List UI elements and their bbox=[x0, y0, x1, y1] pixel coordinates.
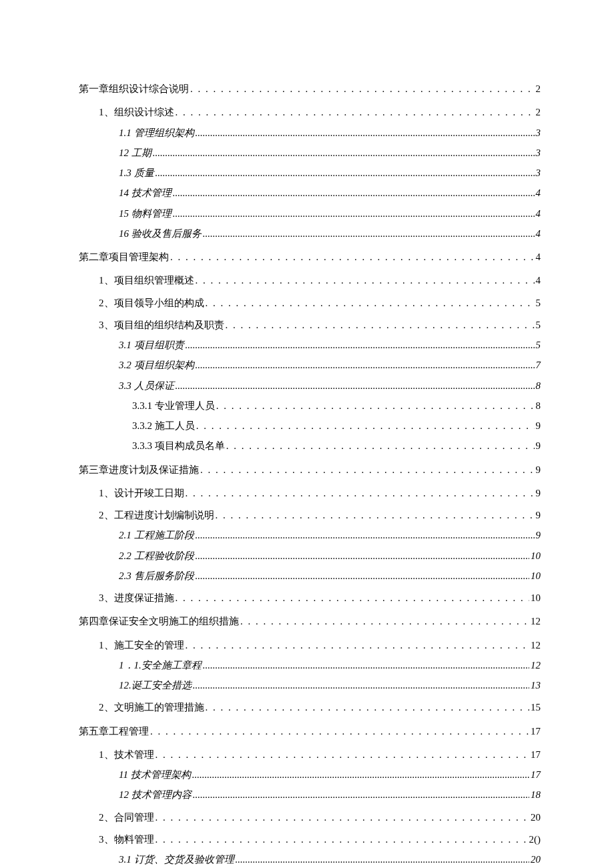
toc-entry-label: 2.2 工程验收阶段 bbox=[119, 548, 194, 564]
toc-entry-page: 5 bbox=[536, 318, 541, 333]
toc-entry-label: 1、组织设计综述 bbox=[99, 105, 174, 120]
toc-entry-label: 14 技术管理 bbox=[119, 185, 172, 201]
toc-entry: 第三章进度计划及保证措施9 bbox=[79, 462, 541, 478]
toc-entry-page: 5 bbox=[536, 338, 541, 353]
toc-entry-label: 3、项目组的组织结构及职责 bbox=[99, 318, 224, 333]
toc-leader-dots bbox=[236, 852, 530, 867]
toc-entry-label: 12 工期 bbox=[119, 145, 151, 161]
toc-entry: 11 技术管理架构17 bbox=[119, 767, 541, 783]
toc-entry: 2.1 工程施工阶段9 bbox=[119, 528, 541, 543]
toc-leader-dots bbox=[176, 378, 535, 394]
toc-entry: 12.诞工安全措选13 bbox=[119, 678, 541, 693]
toc-entry-label: 1.1 管理组织架构 bbox=[119, 125, 194, 141]
toc-leader-dots bbox=[170, 250, 535, 265]
toc-entry-page: 15 bbox=[531, 700, 541, 715]
toc-entry-label: 3、物料管理 bbox=[99, 832, 154, 847]
toc-leader-dots bbox=[186, 338, 535, 353]
toc-leader-dots bbox=[216, 398, 535, 414]
toc-entry: 3.3.2 施工人员9 bbox=[132, 418, 541, 434]
toc-leader-dots bbox=[206, 296, 535, 311]
toc-entry-label: 3.3.2 施工人员 bbox=[132, 418, 195, 434]
toc-entry-page: 8 bbox=[536, 378, 541, 394]
toc-entry-label: 2、合同管理 bbox=[99, 810, 154, 825]
toc-entry-page: 9 bbox=[536, 418, 541, 434]
toc-leader-dots bbox=[196, 273, 535, 288]
toc-leader-dots bbox=[196, 358, 535, 373]
toc-entry-label: 11 技术管理架构 bbox=[119, 767, 191, 783]
toc-entry-page: 9 bbox=[536, 486, 541, 501]
toc-leader-dots bbox=[193, 787, 529, 803]
toc-entry-page: 5 bbox=[536, 296, 541, 311]
toc-entry: 3、项目组的组织结构及职责5 bbox=[99, 318, 541, 333]
toc-leader-dots bbox=[176, 590, 530, 606]
toc-entry-label: 第二章项目管理架构 bbox=[79, 250, 169, 265]
toc-entry: 第四章保证安全文明施工的组织措施12 bbox=[79, 614, 541, 629]
toc-entry: 2、文明施工的管理措施15 bbox=[99, 700, 541, 715]
toc-entry-page: 2 bbox=[536, 105, 541, 120]
toc-entry: 3、物料管理2() bbox=[99, 832, 541, 847]
toc-entry: 1、技术管理17 bbox=[99, 747, 541, 763]
toc-entry: 1．1.安全施工章程12 bbox=[119, 658, 541, 673]
toc-leader-dots bbox=[153, 145, 535, 161]
toc-leader-dots bbox=[186, 486, 535, 501]
toc-entry-page: 18 bbox=[531, 787, 541, 803]
toc-entry: 1、项目组织管理概述4 bbox=[99, 273, 541, 288]
toc-leader-dots bbox=[156, 832, 528, 847]
toc-entry-label: 3.3.3 项目构成员名单 bbox=[132, 438, 225, 454]
toc-leader-dots bbox=[203, 658, 529, 673]
toc-entry-label: 3.2 项目组织架构 bbox=[119, 358, 194, 373]
toc-entry-label: 2、项目领导小组的构成 bbox=[99, 296, 204, 311]
table-of-contents: 第一章组织设计综合说明21、组织设计综述21.1 管理组织架构312 工期31.… bbox=[79, 81, 541, 868]
toc-leader-dots bbox=[206, 700, 530, 715]
toc-entry-page: 4 bbox=[536, 226, 541, 242]
toc-leader-dots bbox=[196, 548, 530, 564]
toc-entry-label: 第四章保证安全文明施工的组织措施 bbox=[79, 614, 239, 629]
toc-entry-page: 10 bbox=[531, 590, 541, 606]
toc-entry-page: 3 bbox=[536, 125, 541, 141]
toc-leader-dots bbox=[216, 508, 535, 523]
toc-entry-page: 3 bbox=[536, 145, 541, 161]
toc-entry: 1.1 管理组织架构3 bbox=[119, 125, 541, 141]
toc-leader-dots bbox=[156, 165, 535, 181]
toc-leader-dots bbox=[193, 678, 529, 693]
toc-entry-label: 1.3 质量 bbox=[119, 165, 154, 181]
toc-entry: 2.2 工程验收阶段10 bbox=[119, 548, 541, 564]
toc-entry-page: 17 bbox=[531, 724, 541, 739]
toc-entry-label: 3.3 人员保证 bbox=[119, 378, 174, 394]
toc-entry-page: 12 bbox=[531, 614, 541, 629]
toc-entry: 1、设计开竣工日期9 bbox=[99, 486, 541, 501]
toc-entry: 2、合同管理20 bbox=[99, 810, 541, 825]
toc-entry: 2、项目领导小组的构成5 bbox=[99, 296, 541, 311]
toc-entry: 14 技术管理4 bbox=[119, 185, 541, 201]
toc-leader-dots bbox=[240, 614, 529, 629]
toc-leader-dots bbox=[226, 438, 535, 454]
toc-entry-page: 4 bbox=[536, 273, 541, 288]
toc-entry-page: 9 bbox=[536, 528, 541, 543]
toc-entry-page: 7 bbox=[536, 358, 541, 373]
toc-entry-label: 1、技术管理 bbox=[99, 747, 154, 763]
toc-leader-dots bbox=[190, 81, 535, 97]
toc-entry-label: 1．1.安全施工章程 bbox=[119, 658, 202, 673]
toc-entry-page: 13 bbox=[531, 678, 541, 693]
toc-entry-label: 3、进度保证措施 bbox=[99, 590, 174, 606]
toc-entry-label: 3.1 项目组职责 bbox=[119, 338, 184, 353]
toc-entry: 第二章项目管理架构4 bbox=[79, 250, 541, 265]
toc-entry-label: 1、项目组织管理概述 bbox=[99, 273, 194, 288]
toc-entry: 2.3 售后服务阶段10 bbox=[119, 568, 541, 584]
toc-entry-label: 12.诞工安全措选 bbox=[119, 678, 192, 693]
toc-leader-dots bbox=[200, 462, 535, 478]
toc-entry-page: 9 bbox=[536, 462, 541, 478]
toc-leader-dots bbox=[156, 810, 530, 825]
toc-entry-label: 第三章进度计划及保证措施 bbox=[79, 462, 199, 478]
toc-leader-dots bbox=[196, 528, 535, 543]
toc-entry-page: 9 bbox=[536, 508, 541, 523]
toc-entry-label: 15 物料管理 bbox=[119, 206, 172, 222]
toc-leader-dots bbox=[186, 638, 530, 653]
toc-leader-dots bbox=[196, 418, 535, 434]
toc-entry: 16 验收及售后服务4 bbox=[119, 226, 541, 242]
toc-entry-label: 2、工程进度计划编制说明 bbox=[99, 508, 214, 523]
toc-entry-page: 3 bbox=[536, 165, 541, 181]
toc-leader-dots bbox=[150, 724, 529, 739]
toc-entry-label: 12 技术管理内容 bbox=[119, 787, 192, 803]
toc-entry: 3.1 订货、交货及验收管理20 bbox=[119, 852, 541, 867]
